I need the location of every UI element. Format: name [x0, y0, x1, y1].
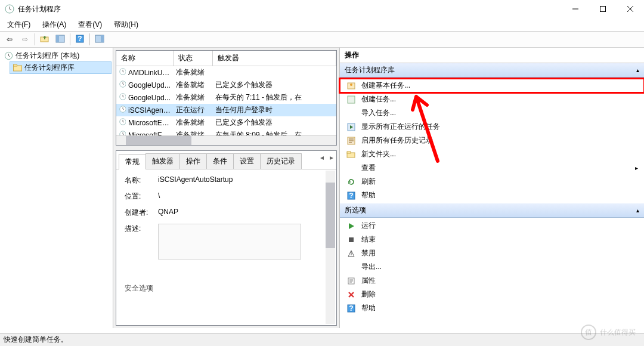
svg-rect-25 [347, 152, 351, 153]
svg-rect-9 [101, 35, 104, 42]
v-scrollbar[interactable] [326, 171, 335, 324]
task-trigger [213, 72, 336, 74]
svg-rect-28 [349, 237, 354, 242]
up-button[interactable] [38, 33, 52, 46]
tab-0[interactable]: 常规 [119, 154, 146, 169]
tab-3[interactable]: 条件 [206, 153, 234, 169]
action-create_task[interactable]: 创建任务... [340, 92, 644, 106]
action-label: 启用所有任务历史记录 [361, 135, 433, 146]
action-run[interactable]: 运行 [340, 219, 644, 233]
maximize-button[interactable] [589, 0, 617, 18]
action-show_running[interactable]: 显示所有正在运行的任务 [340, 120, 644, 134]
h-scrollbar[interactable] [116, 135, 336, 145]
action-view[interactable]: 查看▸ [340, 161, 644, 175]
library-actions: 创建基本任务...创建任务...导入任务...显示所有正在运行的任务启用所有任务… [340, 78, 644, 203]
tab-4[interactable]: 设置 [233, 153, 261, 169]
task-trigger: 已定义多个触发器 [213, 79, 336, 91]
section-library-header[interactable]: 任务计划程序库 ▴ [340, 63, 644, 78]
action-pane-icon [95, 35, 104, 45]
action-new_folder[interactable]: 新文件夹... [340, 147, 644, 161]
svg-rect-5 [56, 35, 59, 42]
col-status[interactable]: 状态 [174, 51, 213, 66]
task-row[interactable]: MicrosoftEd... 准备就绪 已定义多个触发器 [116, 116, 336, 129]
close-button[interactable] [617, 0, 644, 18]
show-hide-action-button[interactable] [92, 33, 107, 46]
svg-rect-2 [600, 7, 606, 12]
forward-button[interactable]: ⇨ [18, 33, 32, 46]
scroll-thumb[interactable] [126, 136, 191, 145]
field-description-box[interactable] [158, 224, 301, 260]
task-status: 准备就绪 [174, 116, 213, 129]
tab-5[interactable]: 历史记录 [260, 153, 302, 169]
back-button[interactable]: ⇦ [2, 33, 17, 46]
task-row[interactable]: GoogleUpd... 准备就绪 已定义多个触发器 [116, 79, 336, 91]
svg-text:?: ? [78, 35, 82, 43]
field-description-label: 描述: [125, 224, 158, 234]
task-row[interactable]: GoogleUpd... 准备就绪 在每天的 7:11 - 触发后，在 [116, 91, 336, 104]
tree-library[interactable]: 任务计划程序库 [10, 61, 112, 74]
tree-root-label: 任务计划程序 (本地) [16, 51, 79, 61]
action-export[interactable]: 导出... [340, 260, 644, 274]
toolbar: ⇦ ⇨ ? [0, 31, 644, 48]
action-label: 查看 [361, 163, 376, 173]
action-help[interactable]: ?帮助 [340, 189, 644, 202]
status-bar: 快速创建简单任务。 [0, 333, 644, 346]
task-list-body: AMDLinkUp... 准备就绪 GoogleUpd... 准备就绪 已定义多… [116, 66, 336, 135]
section-library-title: 任务计划程序库 [345, 65, 395, 75]
task-icon [116, 91, 126, 104]
tab-1[interactable]: 触发器 [145, 153, 180, 169]
minimize-button[interactable] [562, 0, 589, 18]
action-delete[interactable]: 删除 [340, 288, 644, 301]
task-list-panel: 名称 状态 触发器 AMDLinkUp... 准备就绪 GoogleUpd...… [116, 50, 337, 146]
menu-file[interactable]: 文件(F) [4, 18, 34, 31]
action-label: 结束 [361, 234, 376, 245]
svg-text:?: ? [349, 304, 353, 313]
help-button[interactable]: ? [73, 33, 87, 46]
action-label: 新文件夹... [361, 149, 396, 159]
task-icon [116, 129, 126, 135]
task-status: 准备就绪 [174, 91, 213, 104]
menu-view[interactable]: 查看(V) [75, 18, 106, 31]
task-trigger: 在每天的 8:09 - 触发后，在 [213, 129, 336, 135]
task-status: 准备就绪 [174, 79, 213, 91]
action-enable_history[interactable]: 启用所有任务历史记录 [340, 134, 644, 147]
task-trigger: 已定义多个触发器 [213, 116, 336, 129]
help-icon: ? [346, 304, 357, 313]
action-import[interactable]: 导入任务... [340, 106, 644, 120]
wizard-icon [346, 81, 357, 91]
actions-pane: 操作 任务计划程序库 ▴ 创建基本任务...创建任务...导入任务...显示所有… [340, 48, 644, 328]
scroll-thumb[interactable] [326, 183, 335, 248]
action-end[interactable]: 结束 [340, 233, 644, 246]
tab-scroll-right[interactable]: ▸ [327, 153, 336, 169]
action-disable[interactable]: 禁用 [340, 246, 644, 260]
properties-icon [346, 276, 357, 286]
task-row[interactable]: iSCSIAgent... 正在运行 当任何用户登录时 [116, 104, 336, 116]
section-selected-header[interactable]: 所选项 ▴ [340, 203, 644, 218]
tree-root[interactable]: 任务计划程序 (本地) [1, 50, 112, 61]
action-properties[interactable]: 属性 [340, 274, 644, 288]
watermark-icon: 值 [581, 325, 596, 340]
collapse-icon: ▴ [636, 207, 639, 214]
action-label: 创建任务... [361, 94, 396, 104]
refresh-icon [346, 177, 357, 187]
blank-icon [346, 109, 357, 118]
task-row[interactable]: MicrosoftEd... 准备就绪 在每天的 8:09 - 触发后，在 [116, 129, 336, 135]
action-create_basic[interactable]: 创建基本任务... [340, 79, 644, 92]
action-label: 刷新 [361, 177, 376, 187]
col-trigger[interactable]: 触发器 [213, 51, 336, 66]
action-help2[interactable]: ?帮助 [340, 301, 644, 315]
svg-text:?: ? [349, 191, 353, 200]
tab-scroll-left[interactable]: ◂ [317, 153, 327, 169]
menu-help[interactable]: 帮助(H) [110, 18, 142, 31]
col-name[interactable]: 名称 [116, 51, 174, 66]
menu-action[interactable]: 操作(A) [39, 18, 70, 31]
action-label: 禁用 [361, 248, 376, 258]
task-icon [116, 66, 126, 79]
task-row[interactable]: AMDLinkUp... 准备就绪 [116, 66, 336, 79]
section-selected-title: 所选项 [345, 205, 366, 215]
tab-2[interactable]: 操作 [179, 153, 207, 169]
security-options-label: 安全选项 [125, 283, 328, 294]
action-refresh[interactable]: 刷新 [340, 175, 644, 189]
task-icon [346, 95, 357, 104]
show-hide-tree-button[interactable] [53, 33, 67, 46]
